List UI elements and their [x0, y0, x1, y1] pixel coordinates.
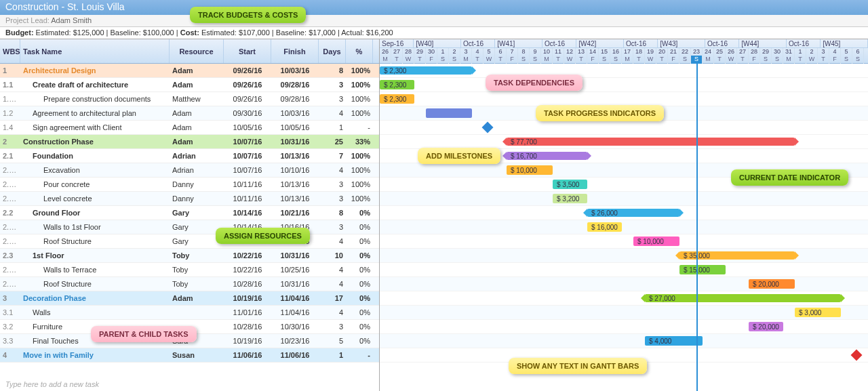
- cell-pct[interactable]: 0%: [346, 280, 373, 288]
- cell-res[interactable]: Adam: [170, 123, 224, 131]
- gantt-row[interactable]: [380, 121, 868, 135]
- gantt-row[interactable]: $ 2,300: [380, 78, 868, 92]
- gantt-bar[interactable]: $ 2,300: [380, 80, 414, 89]
- gantt-bar[interactable]: $ 2,300: [380, 94, 414, 104]
- cell-finish[interactable]: 10/31/16: [271, 280, 319, 288]
- cell-res[interactable]: Adrian: [170, 166, 224, 174]
- cell-wbs[interactable]: 2.3.2: [0, 280, 20, 288]
- cell-finish[interactable]: 10/03/16: [271, 66, 319, 75]
- task-row[interactable]: 1.4Sign agreement with ClientAdam10/05/1…: [0, 121, 379, 135]
- task-row[interactable]: 2.1.2Pour concreteDanny10/11/1610/13/163…: [0, 178, 379, 192]
- cell-pct[interactable]: -: [346, 123, 373, 131]
- cell-pct[interactable]: 0%: [346, 323, 373, 331]
- cell-task[interactable]: Construction Phase: [20, 138, 170, 146]
- cell-start[interactable]: 10/07/16: [224, 166, 271, 174]
- cell-start[interactable]: 10/07/16: [224, 138, 271, 146]
- gantt-row[interactable]: $ 20,000: [380, 277, 868, 291]
- gantt-row[interactable]: $ 35,000: [380, 249, 868, 263]
- cell-wbs[interactable]: 2.2: [0, 209, 20, 217]
- cell-finish[interactable]: 10/03/16: [271, 109, 319, 117]
- cell-start[interactable]: 10/19/16: [224, 337, 271, 345]
- cell-days[interactable]: 4: [319, 166, 346, 174]
- cell-start[interactable]: 09/26/16: [224, 95, 271, 103]
- gantt-row[interactable]: $ 4,000: [380, 334, 868, 348]
- cell-finish[interactable]: 09/28/16: [271, 81, 319, 89]
- milestone-diamond[interactable]: [482, 122, 494, 133]
- cell-task[interactable]: Prepare construction documents: [20, 95, 170, 103]
- gantt-bar[interactable]: $ 3,500: [553, 180, 587, 189]
- task-row[interactable]: 2.1.1ExcavationAdrian10/07/1610/10/16410…: [0, 163, 379, 178]
- cell-res[interactable]: Adam: [170, 81, 224, 89]
- cell-res[interactable]: Adam: [170, 66, 224, 75]
- cell-wbs[interactable]: 2.2.1: [0, 223, 20, 231]
- gantt-row[interactable]: $ 16,000: [380, 220, 868, 234]
- cell-start[interactable]: 09/26/16: [224, 81, 271, 89]
- cell-start[interactable]: 11/01/16: [224, 308, 271, 316]
- cell-wbs[interactable]: 2.3: [0, 251, 20, 260]
- cell-days[interactable]: 4: [319, 237, 346, 245]
- gantt-row[interactable]: $ 3,200: [380, 192, 868, 206]
- cell-res[interactable]: Adam: [170, 109, 224, 117]
- col-resource[interactable]: Resource: [170, 39, 224, 63]
- new-task-input[interactable]: Type here to add a new task: [0, 377, 379, 391]
- task-row[interactable]: 2.2Ground FloorGary10/14/1610/21/1680%: [0, 206, 379, 220]
- cell-pct[interactable]: 100%: [346, 152, 373, 160]
- cell-start[interactable]: 10/19/16: [224, 294, 271, 302]
- cell-finish[interactable]: 10/23/16: [271, 337, 319, 345]
- cell-days[interactable]: 3: [319, 95, 346, 103]
- gantt-bar[interactable]: $ 4,000: [645, 336, 703, 346]
- cell-days[interactable]: 8: [319, 66, 346, 75]
- gantt-bar[interactable]: $ 3,200: [553, 194, 587, 203]
- cell-start[interactable]: 10/22/16: [224, 251, 271, 260]
- cell-wbs[interactable]: 3.1: [0, 308, 20, 316]
- gantt-row[interactable]: $ 26,000: [380, 206, 868, 220]
- col-wbs[interactable]: WBS: [0, 39, 20, 63]
- task-row[interactable]: 2.1FoundationAdrian10/07/1610/13/167100%: [0, 149, 379, 163]
- cell-days[interactable]: 4: [319, 266, 346, 274]
- gantt-row[interactable]: $ 27,000: [380, 291, 868, 306]
- col-days[interactable]: Days: [319, 39, 346, 63]
- cell-days[interactable]: 4: [319, 280, 346, 288]
- cell-wbs[interactable]: 3.3: [0, 337, 20, 345]
- cell-start[interactable]: 10/28/16: [224, 323, 271, 331]
- task-row[interactable]: 2.2.2Roof StructureGary10/18/1610/21/164…: [0, 234, 379, 249]
- gantt-bar[interactable]: $ 26,000: [587, 209, 679, 217]
- task-row[interactable]: 3.1Walls11/01/1611/04/1640%: [0, 306, 379, 320]
- gantt-bar[interactable]: $ 16,700: [507, 152, 587, 160]
- cell-task[interactable]: Walls: [20, 308, 170, 316]
- cell-start[interactable]: 09/26/16: [224, 66, 271, 75]
- gantt-row[interactable]: $ 2,300: [380, 92, 868, 106]
- cell-pct[interactable]: 100%: [346, 194, 373, 203]
- gantt-bar[interactable]: $ 20,000: [749, 322, 783, 331]
- cell-pct[interactable]: 100%: [346, 66, 373, 75]
- gantt-bar[interactable]: $ 10,000: [507, 165, 553, 175]
- cell-wbs[interactable]: 1.4: [0, 123, 20, 131]
- gantt-bar[interactable]: $ 10,000: [633, 236, 679, 246]
- cell-pct[interactable]: 100%: [346, 81, 373, 89]
- cell-res[interactable]: Toby: [170, 251, 224, 260]
- cell-wbs[interactable]: 1.1.1: [0, 95, 20, 103]
- task-row[interactable]: 2.2.1Walls to 1st FloorGary10/14/1610/16…: [0, 220, 379, 234]
- cell-finish[interactable]: 10/30/16: [271, 323, 319, 331]
- cell-pct[interactable]: 100%: [346, 109, 373, 117]
- cell-start[interactable]: 10/11/16: [224, 180, 271, 188]
- cell-finish[interactable]: 11/04/16: [271, 294, 319, 302]
- cell-finish[interactable]: 10/10/16: [271, 166, 319, 174]
- cell-wbs[interactable]: 2.1.2: [0, 180, 20, 188]
- cell-task[interactable]: Pour concrete: [20, 180, 170, 188]
- cell-days[interactable]: 25: [319, 138, 346, 146]
- gantt-bar[interactable]: [426, 108, 472, 118]
- cell-finish[interactable]: 10/13/16: [271, 152, 319, 160]
- cell-task[interactable]: Roof Structure: [20, 237, 170, 245]
- col-task[interactable]: Task Name: [20, 39, 170, 63]
- cell-days[interactable]: 7: [319, 152, 346, 160]
- cell-wbs[interactable]: 2: [0, 138, 20, 146]
- gantt-bar[interactable]: $ 2,300: [380, 66, 472, 75]
- cell-res[interactable]: Adrian: [170, 152, 224, 160]
- cell-task[interactable]: Architectural Design: [20, 66, 170, 75]
- cell-days[interactable]: 5: [319, 337, 346, 345]
- task-row[interactable]: 2.1.3Level concreteDanny10/11/1610/13/16…: [0, 192, 379, 206]
- cell-days[interactable]: 3: [319, 323, 346, 331]
- cell-start[interactable]: 11/06/16: [224, 351, 271, 359]
- cell-finish[interactable]: 10/25/16: [271, 266, 319, 274]
